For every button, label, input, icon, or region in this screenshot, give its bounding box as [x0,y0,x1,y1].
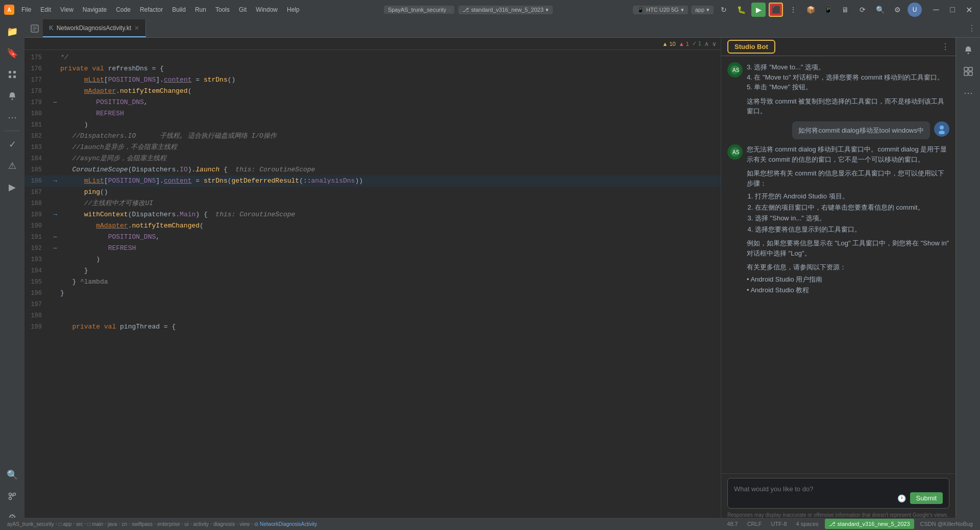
bot-bubble-2: 您无法将 commit dialog 移动到工具窗口中。commit dialo… [747,144,949,296]
sidebar-search-icon[interactable]: 🔍 [2,465,22,485]
menu-edit[interactable]: Edit [36,4,55,15]
sidebar-git-icon[interactable] [2,486,22,507]
sidebar-structure-icon[interactable] [2,64,22,85]
sidebar-run-icon[interactable]: ▶ [2,177,22,197]
project-tree-icon[interactable] [27,20,43,37]
chat-input[interactable] [734,484,897,504]
status-line-ending[interactable]: CRLF [744,521,765,527]
code-line-187: 187 ping() [24,187,721,198]
editor-content-area: ▲ 10 ▲ 1 ✓ 1 ∧ ∨ 175 */ [24,38,980,530]
svg-point-16 [939,131,945,134]
sidebar-more-icon[interactable]: ⋯ [2,107,22,128]
menu-file[interactable]: File [17,4,35,15]
status-bar: ayAS_trunk_security › □ app › src › □ ma… [0,518,980,530]
project-name: SpayAS_trunk_security [388,7,446,13]
right-sidebar: ⋯ [955,38,980,530]
chat-input-container: 🕐 Submit [727,478,949,509]
app-selector[interactable]: app ▾ [691,6,714,14]
bot-avatar: AS [727,62,743,78]
sidebar-notifications-icon[interactable] [2,86,22,106]
menu-navigate[interactable]: Navigate [79,4,111,15]
code-line-188: 188 //主线程中才可修改UI [24,198,721,209]
code-line-182: 182 //Dispatchers.IO 子线程, 适合执行磁盘或网络 I/O操… [24,131,721,142]
status-breadcrumb[interactable]: ayAS_trunk_security › □ app › src › □ ma… [4,521,320,527]
search-everywhere-button[interactable]: 🔍 [873,3,887,17]
svg-point-6 [13,493,16,496]
right-layout-icon[interactable] [958,61,978,82]
avatar-button[interactable]: U [908,3,922,17]
chat-clock-icon[interactable]: 🕐 [897,494,906,502]
code-line-199: 199 private val pingThread = { [24,321,721,333]
main-layout: 📁 🔖 ⋯ ✓ ⚠ ▶ 🔍 [0,19,980,530]
app-logo: A [4,5,14,15]
code-editor[interactable]: ▲ 10 ▲ 1 ✓ 1 ∧ ∨ 175 */ [24,38,721,530]
chat-submit-button[interactable]: Submit [910,492,943,504]
menu-build[interactable]: Build [168,4,190,15]
svg-point-19 [967,53,969,54]
sync-button[interactable]: ⟳ [855,3,870,17]
tab-networkdiagnosis[interactable]: K NetworkDiagnosisActivity.kt ✕ [43,19,146,37]
bot-message-1: AS 3. 选择 "Move to..." 选项。 4. 在 "Move to"… [727,62,949,116]
code-line-189: 189 → withContext(Dispatchers.Main) { th… [24,209,721,220]
studio-bot-panel: Studio Bot ⋮ AS [721,38,955,530]
run-button[interactable]: ▶ [751,3,766,17]
device-manager-button[interactable]: 🖥 [838,3,852,17]
tab-more-button[interactable]: ⋮ [964,23,980,33]
cursor-position: 48:7 [727,521,738,527]
status-branch[interactable]: ⎇ standard_v316_new_5_2023 [825,519,914,529]
right-notifications-icon[interactable] [958,40,978,60]
settings-button[interactable]: ⚙ [890,3,904,17]
breadcrumb-text: ayAS_trunk_security [7,521,54,527]
minimize-button[interactable]: ─ [929,3,943,17]
menu-window[interactable]: Window [252,4,282,15]
chat-messages[interactable]: AS 3. 选择 "Move to..." 选项。 4. 在 "Move to"… [721,56,955,473]
sdk-manager-button[interactable]: 📦 [803,3,818,17]
code-line-185: 185 CoroutineScope(Dispatchers.IO).launc… [24,164,721,175]
warnings-summary: ▲ 10 ▲ 1 ✓ 1 ∧ ∨ [663,40,717,47]
project-selector[interactable]: SpayAS_trunk_security › [384,6,454,14]
status-position[interactable]: 48:7 [724,521,741,527]
code-line-179: 179 − POSITION_DNS, [24,97,721,108]
stop-button[interactable]: ⬛ [769,3,783,17]
branch-text: standard_v316_new_5_2023 [838,521,910,527]
menu-run[interactable]: Run [191,4,210,15]
status-indent[interactable]: 4 spaces [793,521,822,527]
code-line-196: 196 } [24,288,721,299]
studio-bot-button[interactable]: Studio Bot [727,40,775,54]
menu-help[interactable]: Help [283,4,304,15]
studio-bot-more-icon[interactable]: ⋮ [941,42,949,52]
device-selector[interactable]: 📱 HTC U20 5G ▾ [633,6,688,14]
menu-view[interactable]: View [56,4,78,15]
menu-code[interactable]: Code [112,4,135,15]
code-line-177: 177 mList[POSITION_DNS].content = strDns… [24,74,721,86]
sidebar-todo-icon[interactable]: ✓ [2,134,22,155]
more-actions-button[interactable]: ⋮ [786,3,800,17]
svg-point-4 [12,98,13,100]
right-more-icon[interactable]: ⋯ [958,83,978,103]
sidebar-problems-icon[interactable]: ⚠ [2,156,22,176]
status-csdn[interactable]: CSDN @KillerNoBug [917,521,976,527]
avd-manager-button[interactable]: 📱 [821,3,835,17]
status-encoding[interactable]: UTF-8 [768,521,790,527]
code-line-193: 193 ) [24,254,721,265]
left-sidebar: 📁 🔖 ⋯ ✓ ⚠ ▶ 🔍 [0,19,24,530]
code-content[interactable]: 175 */ 176 private val refreshDns = { [24,50,721,530]
close-button[interactable]: ✕ [962,3,976,17]
branch-selector[interactable]: ⎇ standard_v316_new_5_2023 ▾ [458,6,553,14]
code-line-186: 186 → mList[POSITION_DNS].content = strD… [24,175,721,187]
maximize-button[interactable]: □ [945,3,960,17]
menu-tools[interactable]: Tools [211,4,234,15]
svg-rect-1 [13,71,16,73]
refresh-button[interactable]: ↻ [717,3,731,17]
code-line-183: 183 //launch是异步，不会阻塞主线程 [24,142,721,153]
code-line-175: 175 */ [24,52,721,63]
code-line-192: 192 − REFRESH [24,243,721,254]
menu-git[interactable]: Git [235,4,251,15]
tab-close-button[interactable]: ✕ [134,24,139,32]
debug-button[interactable]: 🐛 [734,3,748,17]
window-controls: ─ □ ✕ [929,3,976,17]
user-bubble-1: 如何将commit dialog移动至tool windows中 [792,121,930,140]
sidebar-bookmarks-icon[interactable]: 🔖 [2,43,22,63]
sidebar-project-icon[interactable]: 📁 [2,21,22,42]
menu-refactor[interactable]: Refactor [136,4,167,15]
